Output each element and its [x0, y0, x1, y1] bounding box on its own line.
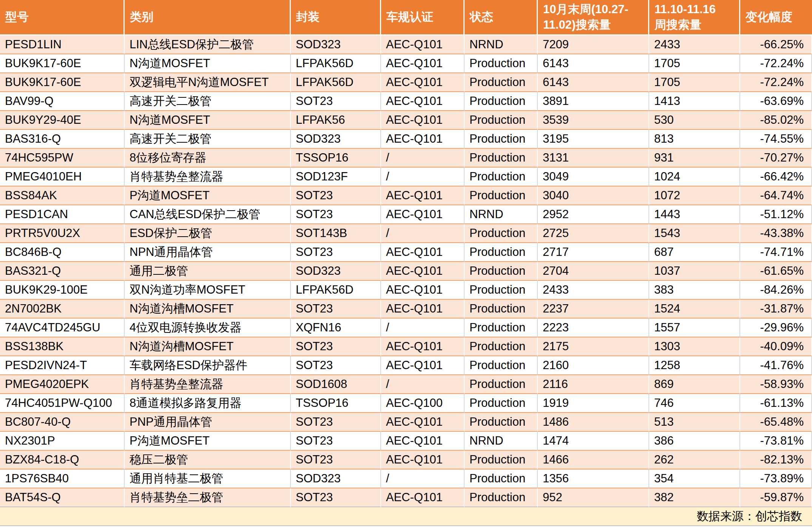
cell-status: Production: [465, 413, 538, 432]
cell-category: 双逻辑电平N沟道MOSFET: [125, 73, 291, 92]
cell-change: -61.65%: [740, 262, 812, 281]
cell-change: -65.48%: [740, 413, 812, 432]
cell-package: LFPAK56: [291, 111, 381, 130]
cell-change: -72.24%: [740, 54, 812, 73]
cell-package: SOD123F: [291, 168, 381, 186]
cell-category: N沟道沟槽MOSFET: [125, 337, 291, 356]
cell-change: -29.96%: [740, 319, 812, 337]
cell-search_oct: 3891: [538, 92, 649, 111]
cell-search_nov: 1557: [649, 319, 740, 337]
table-row: BZX84-C18-Q稳压二极管SOT23AEC-Q101Production1…: [0, 451, 812, 470]
cell-change: -85.02%: [740, 111, 812, 130]
cell-category: 4位双电源转换收发器: [125, 319, 291, 337]
cell-search_nov: 1543: [649, 224, 740, 243]
cell-model: PMEG4020EPK: [0, 375, 125, 394]
cell-package: TSSOP16: [291, 394, 381, 413]
cell-package: SOT143B: [291, 224, 381, 243]
cell-package: SOT23: [291, 92, 381, 111]
cell-status: Production: [465, 73, 538, 92]
cell-status: Production: [465, 168, 538, 186]
cell-model: BC846B-Q: [0, 243, 125, 262]
cell-package: SOD323: [291, 130, 381, 149]
table-row: BC846B-QNPN通用晶体管SOT23AEC-Q101Production2…: [0, 243, 812, 262]
cell-change: -73.89%: [740, 470, 812, 488]
cell-qualification: AEC-Q101: [381, 300, 465, 319]
table-header: 型号类别封装车规认证状态10月末周(10.27- 11.02)搜索量11.10-…: [0, 0, 812, 35]
cell-package: SOT23: [291, 243, 381, 262]
cell-category: NPN通用晶体管: [125, 243, 291, 262]
cell-model: BAS316-Q: [0, 130, 125, 149]
cell-category: N沟道沟槽MOSFET: [125, 300, 291, 319]
cell-search_oct: 2237: [538, 300, 649, 319]
cell-change: -59.87%: [740, 488, 812, 507]
cell-search_nov: 1258: [649, 356, 740, 375]
cell-search_oct: 2433: [538, 281, 649, 300]
cell-change: -70.27%: [740, 149, 812, 168]
cell-model: BUK9Y29-40E: [0, 111, 125, 130]
cell-search_nov: 1037: [649, 262, 740, 281]
cell-search_oct: 3040: [538, 186, 649, 205]
cell-category: 高速开关二极管: [125, 130, 291, 149]
cell-search_nov: 513: [649, 413, 740, 432]
cell-change: -63.69%: [740, 92, 812, 111]
cell-search_oct: 3195: [538, 130, 649, 149]
cell-search_oct: 2160: [538, 356, 649, 375]
table-footer: 数据来源：创芯指数: [0, 507, 812, 526]
cell-change: -66.25%: [740, 35, 812, 54]
cell-search_nov: 746: [649, 394, 740, 413]
cell-status: NRND: [465, 35, 538, 54]
table-row: BAV99-Q高速开关二极管SOT23AEC-Q101Production389…: [0, 92, 812, 111]
cell-search_oct: 1466: [538, 451, 649, 470]
table-row: 1PS76SB40通用肖特基二极管SOD323/Production135635…: [0, 470, 812, 488]
table-row: BUK9K17-60EN沟道MOSFETLFPAK56DAEC-Q101Prod…: [0, 54, 812, 73]
cell-status: Production: [465, 451, 538, 470]
cell-package: SOT23: [291, 432, 381, 451]
cell-change: -66.42%: [740, 168, 812, 186]
cell-search_nov: 386: [649, 432, 740, 451]
cell-search_oct: 6143: [538, 54, 649, 73]
cell-change: -40.09%: [740, 337, 812, 356]
cell-qualification: AEC-Q101: [381, 54, 465, 73]
cell-category: PNP通用晶体管: [125, 413, 291, 432]
cell-search_oct: 1486: [538, 413, 649, 432]
cell-qualification: /: [381, 319, 465, 337]
cell-status: Production: [465, 300, 538, 319]
cell-qualification: AEC-Q101: [381, 243, 465, 262]
column-header-change: 变化幅度: [740, 0, 812, 35]
table-row: PESD2IVN24-T车载网络ESD保护器件SOT23AEC-Q101Prod…: [0, 356, 812, 375]
cell-category: 稳压二极管: [125, 451, 291, 470]
cell-model: 74HC595PW: [0, 149, 125, 168]
cell-change: -84.26%: [740, 281, 812, 300]
cell-qualification: /: [381, 168, 465, 186]
cell-package: SOD323: [291, 262, 381, 281]
cell-status: NRND: [465, 205, 538, 224]
cell-search_nov: 869: [649, 375, 740, 394]
cell-qualification: AEC-Q101: [381, 488, 465, 507]
cell-qualification: AEC-Q100: [381, 394, 465, 413]
cell-qualification: AEC-Q101: [381, 281, 465, 300]
cell-package: LFPAK56D: [291, 281, 381, 300]
table-header-row: 型号类别封装车规认证状态10月末周(10.27- 11.02)搜索量11.10-…: [0, 0, 812, 35]
cell-category: 车载网络ESD保护器件: [125, 356, 291, 375]
table-row: BAT54S-Q肖特基势垒二极管SOT23AEC-Q101Production9…: [0, 488, 812, 507]
column-header-package: 封装: [291, 0, 381, 35]
cell-model: 74HC4051PW-Q100: [0, 394, 125, 413]
cell-package: SOT23: [291, 413, 381, 432]
cell-model: BSS138BK: [0, 337, 125, 356]
cell-category: N沟道MOSFET: [125, 111, 291, 130]
cell-qualification: AEC-Q101: [381, 337, 465, 356]
cell-search_oct: 6143: [538, 73, 649, 92]
cell-search_nov: 354: [649, 470, 740, 488]
cell-change: -74.71%: [740, 243, 812, 262]
cell-search_oct: 952: [538, 488, 649, 507]
cell-category: P沟道MOSFET: [125, 432, 291, 451]
table-row: NX2301PP沟道MOSFETSOT23AEC-Q101NRND1474386…: [0, 432, 812, 451]
cell-change: -72.24%: [740, 73, 812, 92]
cell-package: SOT23: [291, 205, 381, 224]
table-row: 2N7002BKN沟道沟槽MOSFETSOT23AEC-Q101Producti…: [0, 300, 812, 319]
cell-category: 肖特基势垒二极管: [125, 488, 291, 507]
cell-model: BSS84AK: [0, 186, 125, 205]
cell-package: XQFN16: [291, 319, 381, 337]
cell-search_nov: 1303: [649, 337, 740, 356]
cell-package: SOT23: [291, 451, 381, 470]
